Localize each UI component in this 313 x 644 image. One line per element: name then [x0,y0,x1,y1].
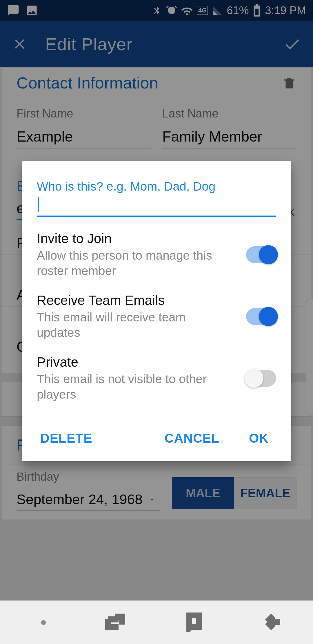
option-receive-team-emails: Receive Team Emails This email will rece… [37,292,276,340]
relation-input[interactable] [37,196,276,217]
option-private: Private This email is not visible to oth… [37,354,276,402]
option-desc: This email will receive team updates [37,310,222,340]
option-title: Receive Team Emails [37,292,222,308]
back-button[interactable] [263,612,284,634]
invite-toggle[interactable] [246,246,276,263]
cancel-button[interactable]: CANCEL [157,428,227,448]
nav-indicator-dot [41,620,46,625]
receive-emails-toggle[interactable] [246,308,276,325]
recents-button[interactable] [105,612,125,634]
home-button[interactable] [184,612,204,633]
ok-button[interactable]: OK [241,428,276,448]
system-nav-bar [0,600,313,644]
contact-relation-dialog: Who is this? e.g. Mom, Dad, Dog Invite t… [22,161,291,461]
option-desc: Allow this person to manage this roster … [37,248,222,278]
option-title: Private [37,354,222,370]
dialog-prompt: Who is this? e.g. Mom, Dad, Dog [37,180,276,193]
delete-button[interactable]: DELETE [33,428,100,448]
private-toggle[interactable] [246,370,276,387]
option-invite-to-join: Invite to Join Allow this person to mana… [37,231,276,278]
option-title: Invite to Join [37,231,222,246]
option-desc: This email is not visible to other playe… [37,372,222,402]
